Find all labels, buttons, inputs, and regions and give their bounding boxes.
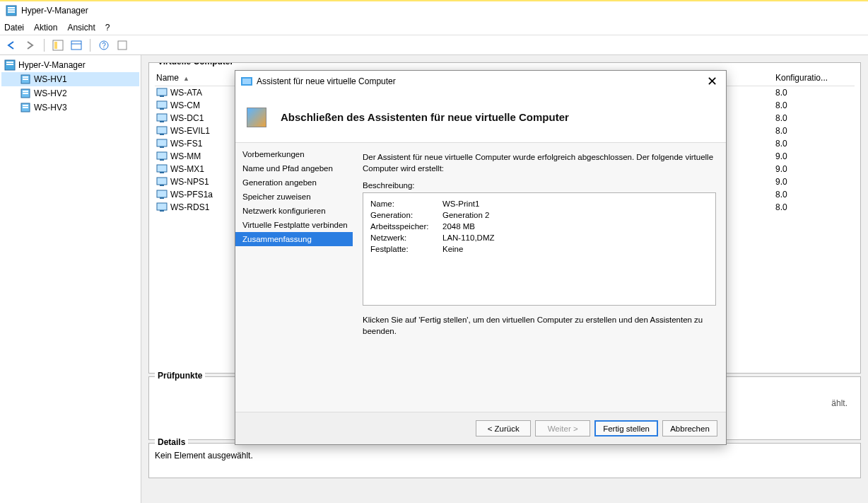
tree-host-label: WS-HV1 [34,74,67,84]
vm-list-title: Virtuelle Computer [155,62,236,67]
details-title: Details [155,437,188,447]
vm-icon [156,164,168,174]
wizard-nav-step[interactable]: Vorbemerkungen [235,147,353,161]
wizard-nav-step[interactable]: Name und Pfad angeben [235,161,353,175]
wizard-summary-box: Name:WS-Print1 Generation:Generation 2 A… [363,192,716,306]
svg-rect-41 [157,203,167,210]
wizard-nav-step[interactable]: Virtuelle Festplatte verbinden [235,218,353,232]
vm-name: WS-RDS1 [170,202,209,212]
wizard-close-button[interactable]: ✕ [704,74,720,89]
refresh-button[interactable] [115,37,130,53]
svg-rect-1 [8,7,15,8]
svg-rect-13 [6,64,13,65]
vm-icon [156,177,168,187]
wizard-cancel-button[interactable]: Abbrechen [662,420,717,436]
svg-rect-37 [157,178,167,185]
svg-rect-44 [242,79,251,84]
wizard-next-button: Weiter > [535,420,590,436]
wizard-nav-step[interactable]: Zusammenfassung [235,232,353,246]
svg-rect-16 [23,79,28,80]
summary-memory-label: Arbeitsspeicher: [370,221,441,231]
svg-rect-34 [160,159,164,161]
new-vm-wizard-dialog: Assistent für neue virtuelle Computer ✕ … [235,70,727,445]
svg-rect-38 [160,185,164,186]
server-icon [20,102,31,113]
svg-rect-19 [23,93,28,94]
svg-rect-32 [160,146,164,148]
vm-name: WS-CM [170,100,200,110]
summary-network-label: Netzwerk: [370,233,441,243]
column-header-configuration[interactable]: Konfiguratio... [775,73,853,83]
vm-icon [156,126,168,136]
summary-disk-value: Keine [442,244,495,254]
vm-config-version: 8.0 [775,88,853,98]
summary-memory-value: 2048 MB [442,221,495,231]
vm-icon [156,113,168,123]
vm-config-version: 8.0 [775,190,853,200]
vm-icon [156,88,168,98]
checkpoints-title: Prüfpunkte [155,371,205,381]
vm-name: WS-MX1 [170,164,204,174]
wizard-nav: VorbemerkungenName und Pfad angebenGener… [235,143,353,412]
window-titlebar: Hyper-V-Manager [0,0,868,20]
svg-rect-27 [157,114,167,121]
summary-name-value: WS-Print1 [442,199,495,209]
svg-rect-21 [23,105,28,106]
svg-rect-2 [8,9,15,11]
vm-name: WS-NPS1 [170,177,209,187]
svg-rect-25 [157,101,167,108]
svg-rect-30 [160,134,164,135]
wizard-heading: Abschließen des Assistenten für neue vir… [281,111,569,123]
svg-rect-35 [157,165,167,172]
nav-back-button[interactable] [4,37,20,53]
vm-config-version: 8.0 [775,113,853,123]
svg-rect-3 [8,11,15,13]
svg-rect-15 [23,76,28,78]
summary-disk-label: Festplatte: [370,244,441,254]
svg-rect-39 [157,190,167,197]
svg-rect-33 [157,152,167,159]
wizard-finish-button[interactable]: Fertig stellen [594,420,658,436]
svg-rect-12 [6,62,13,63]
svg-rect-31 [157,139,167,146]
wizard-nav-step[interactable]: Generation angeben [235,175,353,190]
menubar: Datei Aktion Ansicht ? [0,20,868,35]
tree-host-node[interactable]: WS-HV1 [1,72,139,86]
wizard-titlebar: Assistent für neue virtuelle Computer ✕ [235,71,726,92]
wizard-nav-step[interactable]: Netzwerk konfigurieren [235,204,353,218]
wizard-header: Abschließen des Assistenten für neue vir… [235,92,726,143]
vm-config-version: 8.0 [775,202,853,212]
wizard-content: Der Assistent für neue virtuelle Compute… [353,143,726,412]
tree-host-label: WS-HV3 [34,103,67,112]
wizard-finish-message: Klicken Sie auf 'Fertig stellen', um den… [363,314,716,337]
vm-config-version: 8.0 [775,139,853,149]
menu-help[interactable]: ? [105,23,110,33]
console-tree: Hyper-V-Manager WS-HV1WS-HV2WS-HV3 [0,55,141,503]
svg-rect-5 [54,42,57,49]
summary-generation-value: Generation 2 [442,210,495,220]
help-button[interactable]: ? [96,37,112,53]
svg-rect-6 [71,41,81,50]
tree-host-node[interactable]: WS-HV2 [1,86,139,100]
svg-rect-29 [157,127,167,134]
wizard-title-text: Assistent für neue virtuelle Computer [257,76,396,86]
wizard-header-icon [247,108,266,127]
tree-root-node[interactable]: Hyper-V-Manager [1,58,139,72]
nav-forward-button[interactable] [23,37,38,53]
wizard-footer: < Zurück Weiter > Fertig stellen Abbrech… [235,412,726,444]
vm-name: WS-ATA [170,88,202,98]
svg-rect-42 [160,210,164,212]
wizard-back-button[interactable]: < Zurück [476,420,531,436]
menu-view[interactable]: Ansicht [67,23,95,33]
menu-action[interactable]: Aktion [34,23,57,33]
properties-button[interactable] [69,37,84,53]
show-hide-tree-button[interactable] [50,37,66,53]
summary-generation-label: Generation: [370,210,441,220]
vm-name: WS-PFS1a [170,190,213,200]
menu-file[interactable]: Datei [4,23,24,33]
wizard-nav-step[interactable]: Speicher zuweisen [235,190,353,204]
tree-host-node[interactable]: WS-HV3 [1,100,139,115]
hyperv-manager-icon [4,59,16,71]
svg-rect-23 [157,88,167,96]
server-icon [20,74,31,85]
